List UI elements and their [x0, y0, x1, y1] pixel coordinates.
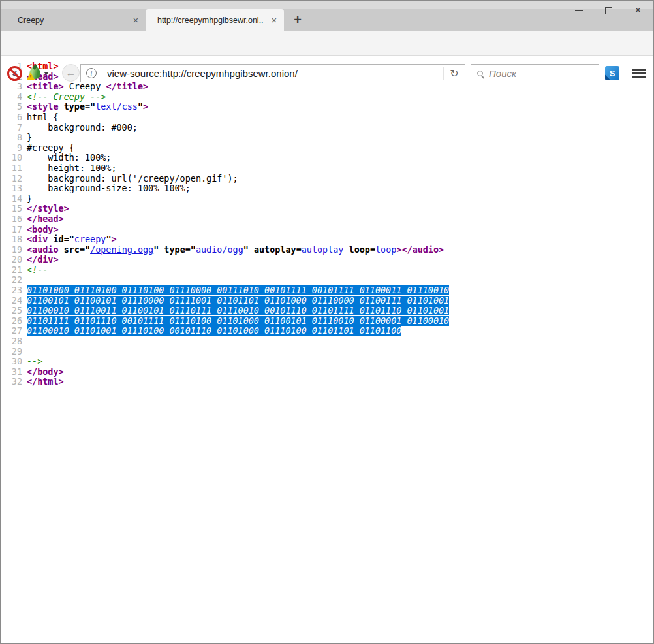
line-number: 20	[1, 255, 27, 265]
code-segment: html {	[27, 112, 59, 122]
search-icon	[477, 71, 483, 76]
selected-binary-text: 01101000 01110100 01110100 01110000 0011…	[27, 285, 449, 295]
source-line: 6html {	[1, 112, 653, 123]
menu-button[interactable]	[627, 65, 651, 82]
search-bar[interactable]	[471, 64, 599, 82]
tab-close-icon[interactable]: ×	[264, 14, 284, 25]
line-number: 11	[1, 163, 27, 174]
line-content: <style type="text/css">	[27, 102, 148, 112]
line-number: 3	[1, 82, 27, 92]
line-content: }	[27, 194, 32, 204]
line-content: 01100010 01101001 01110100 00101110 0110…	[27, 326, 401, 336]
line-content: <!--	[27, 265, 48, 276]
source-line: 5<style type="text/css">	[1, 102, 653, 112]
line-number: 8	[1, 133, 27, 143]
new-tab-button[interactable]: +	[287, 9, 309, 31]
url-bar[interactable]: i ↻	[80, 64, 465, 82]
code-segment: background-size: 100% 100%;	[27, 184, 191, 193]
code-segment: background: #000;	[27, 123, 138, 133]
source-line: 3<title> Creepy </title>	[1, 82, 653, 92]
line-content: </html>	[27, 377, 64, 387]
line-number: 22	[1, 275, 27, 285]
selected-binary-text: 01101111 01101110 00101111 01110100 0110…	[27, 316, 449, 326]
line-number: 24	[1, 296, 27, 306]
line-number: 25	[1, 306, 27, 316]
line-number: 26	[1, 316, 27, 327]
s-extension-button[interactable]: S	[605, 66, 619, 80]
code-segment: </div>	[27, 255, 59, 265]
source-line: 16</head>	[1, 214, 653, 225]
noscript-button[interactable]: S	[7, 66, 22, 81]
line-number: 7	[1, 123, 27, 133]
line-content: 01101000 01110100 01110100 01110000 0011…	[27, 285, 449, 296]
url-input[interactable]	[102, 68, 438, 79]
source-line: 2701100010 01101001 01110100 00101110 01…	[1, 326, 653, 336]
opening-ogg-link[interactable]: /opening.ogg	[90, 245, 153, 255]
torbutton[interactable]: !	[28, 65, 50, 82]
source-line: 28	[1, 336, 653, 347]
source-line: 32</html>	[1, 377, 653, 387]
code-segment: }	[27, 194, 32, 204]
code-segment: <!--	[27, 265, 48, 275]
source-line: 2401100101 01100101 01110000 01111001 01…	[1, 296, 653, 306]
code-segment: <!-- Creepy -->	[27, 92, 106, 102]
line-number: 17	[1, 225, 27, 235]
code-segment: autoplay	[302, 245, 344, 255]
line-content: 01100101 01100101 01110000 01111001 0110…	[27, 296, 449, 306]
line-content: <div id="creepy">	[27, 234, 117, 245]
source-line: 15</style>	[1, 204, 653, 214]
tab-creepy[interactable]: Creepy ×	[6, 9, 146, 31]
tab-close-icon[interactable]: ×	[126, 14, 146, 25]
source-line: 21<!--	[1, 265, 653, 276]
line-number: 16	[1, 214, 27, 225]
code-segment: id="	[48, 234, 74, 244]
close-icon: ×	[635, 4, 642, 17]
code-segment: type="	[59, 102, 96, 112]
line-content: html {	[27, 112, 59, 123]
source-line: 29	[1, 347, 653, 357]
code-segment: <body>	[27, 225, 59, 234]
page-info-icon[interactable]: i	[86, 68, 97, 78]
search-input[interactable]	[483, 68, 599, 79]
line-content: </div>	[27, 255, 59, 265]
line-content: <title> Creepy </title>	[27, 82, 148, 92]
line-content: #creepy {	[27, 143, 74, 153]
source-line: 2501100010 01110011 01100101 01110111 01…	[1, 306, 653, 316]
line-content: 01100010 01110011 01100101 01110111 0111…	[27, 306, 449, 316]
reload-button[interactable]: ↻	[444, 67, 465, 80]
minimize-button[interactable]	[564, 1, 593, 20]
code-segment: <audio	[27, 245, 59, 255]
titlebar: Creepy × http://creepymhpgibsewr.oni... …	[1, 1, 653, 31]
line-number: 13	[1, 184, 27, 194]
tab-title: Creepy	[6, 16, 126, 25]
selected-binary-text: 01100010 01101001 01110100 00101110 0110…	[27, 326, 401, 336]
code-segment: #creepy {	[27, 143, 74, 153]
line-content: </body>	[27, 367, 64, 378]
line-content: -->	[27, 357, 42, 367]
line-number: 32	[1, 377, 27, 387]
code-segment: creepy	[74, 234, 106, 244]
code-segment: "	[243, 245, 249, 255]
maximize-icon	[605, 7, 612, 14]
line-number: 18	[1, 234, 27, 245]
code-segment: height: 100%;	[27, 163, 117, 173]
line-number: 15	[1, 204, 27, 214]
code-segment: width: 100%;	[27, 153, 111, 163]
view-source-content: 1<html>2<head>3<title> Creepy </title>4<…	[1, 56, 653, 643]
code-segment: </head>	[27, 214, 64, 224]
line-number: 28	[1, 336, 27, 347]
code-segment: autoplay=	[249, 245, 302, 255]
close-button[interactable]: ×	[623, 1, 653, 20]
tab-view-source[interactable]: http://creepymhpgibsewr.oni... ×	[146, 9, 284, 31]
source-line: 22	[1, 275, 653, 285]
selected-binary-text: 01100010 01110011 01100101 01110111 0111…	[27, 306, 449, 315]
s-extension-icon: S	[605, 66, 619, 80]
back-button[interactable]: ←	[62, 64, 80, 82]
maximize-button[interactable]	[594, 1, 623, 20]
source-line: 14}	[1, 194, 653, 204]
browser-window: Creepy × http://creepymhpgibsewr.oni... …	[0, 0, 654, 644]
source-line: 12 background: url('/creepy/open.gif');	[1, 174, 653, 184]
source-line: 10 width: 100%;	[1, 153, 653, 163]
code-segment: >	[111, 234, 116, 244]
code-segment: <div	[27, 234, 48, 244]
